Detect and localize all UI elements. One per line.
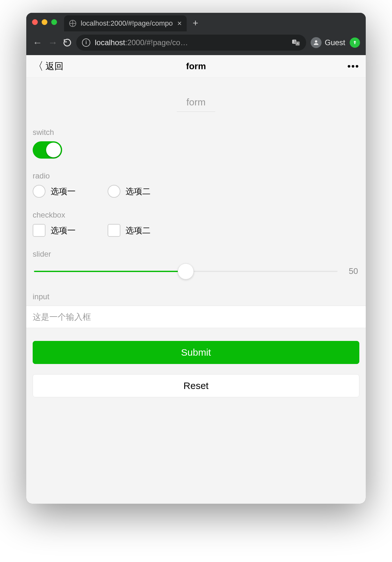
svg-text:文: 文 xyxy=(293,40,296,43)
app-viewport: 〈 返回 form ••• form switch radio xyxy=(26,55,366,504)
svg-point-4 xyxy=(315,40,317,43)
reset-button[interactable]: Reset xyxy=(33,374,359,397)
site-info-icon[interactable]: i xyxy=(82,38,90,47)
slider-control[interactable] xyxy=(34,271,338,272)
svg-text:A: A xyxy=(297,42,299,45)
close-tab-button[interactable]: × xyxy=(177,20,182,27)
back-button[interactable]: ← xyxy=(32,37,43,48)
switch-section: switch xyxy=(33,128,359,159)
profile-label: Guest xyxy=(325,38,345,47)
radio-icon xyxy=(108,185,120,198)
submit-button[interactable]: Submit xyxy=(33,341,359,364)
new-tab-button[interactable]: + xyxy=(192,18,198,29)
checkbox-option-1[interactable]: 选项一 xyxy=(33,224,76,237)
text-input[interactable] xyxy=(33,312,359,322)
close-window-button[interactable] xyxy=(32,19,38,25)
chevron-left-icon: 〈 xyxy=(33,59,44,74)
page-title: form xyxy=(186,61,206,71)
url-path: :2000/#!page/co… xyxy=(125,38,188,47)
checkbox-icon xyxy=(33,224,45,237)
update-button[interactable] xyxy=(350,37,360,48)
checkbox-option-label: 选项一 xyxy=(51,225,76,236)
slider-label: slider xyxy=(33,250,359,259)
minimize-window-button[interactable] xyxy=(42,19,47,25)
browser-tab-strip: localhost:2000/#!page/compo × + xyxy=(26,13,366,31)
checkbox-option-label: 选项二 xyxy=(126,225,151,236)
switch-label: switch xyxy=(33,128,359,137)
window-controls xyxy=(32,19,57,25)
browser-tab[interactable]: localhost:2000/#!page/compo × xyxy=(64,15,187,31)
slider-value: 50 xyxy=(345,266,358,276)
reload-button[interactable] xyxy=(63,38,72,47)
url-host: localhost xyxy=(95,38,125,47)
radio-option-label: 选项二 xyxy=(126,186,151,197)
radio-label: radio xyxy=(33,171,359,180)
radio-option-label: 选项一 xyxy=(51,186,76,197)
forward-button[interactable]: → xyxy=(47,37,58,48)
globe-icon xyxy=(69,20,76,27)
app-header: 〈 返回 form ••• xyxy=(26,55,366,78)
zoom-window-button[interactable] xyxy=(51,19,57,25)
tab-title: localhost:2000/#!page/compo xyxy=(81,19,173,28)
checkbox-icon xyxy=(108,224,120,237)
address-bar[interactable]: i localhost:2000/#!page/co… 文 A xyxy=(76,35,306,51)
checkbox-option-2[interactable]: 选项二 xyxy=(108,224,151,237)
input-section: input xyxy=(33,292,359,328)
browser-toolbar: ← → i localhost:2000/#!page/co… xyxy=(26,31,366,55)
slider-section: slider 50 xyxy=(33,250,359,279)
more-menu-button[interactable]: ••• xyxy=(347,61,359,72)
content-title: form xyxy=(177,87,215,112)
switch-control[interactable] xyxy=(33,141,62,159)
translate-icon[interactable]: 文 A xyxy=(291,38,300,47)
radio-section: radio 选项一 选项二 xyxy=(33,171,359,198)
profile-button[interactable]: Guest xyxy=(311,37,345,48)
slider-thumb[interactable] xyxy=(178,263,194,279)
checkbox-label: checkbox xyxy=(33,211,359,219)
radio-icon xyxy=(33,185,45,198)
checkbox-section: checkbox 选项一 选项二 xyxy=(33,211,359,237)
nav-back-button[interactable]: 〈 返回 xyxy=(33,59,63,74)
input-label: input xyxy=(33,292,359,301)
radio-option-2[interactable]: 选项二 xyxy=(108,185,151,198)
radio-option-1[interactable]: 选项一 xyxy=(33,185,76,198)
switch-knob xyxy=(46,143,61,157)
avatar-icon xyxy=(311,37,322,48)
nav-back-label: 返回 xyxy=(45,60,63,72)
